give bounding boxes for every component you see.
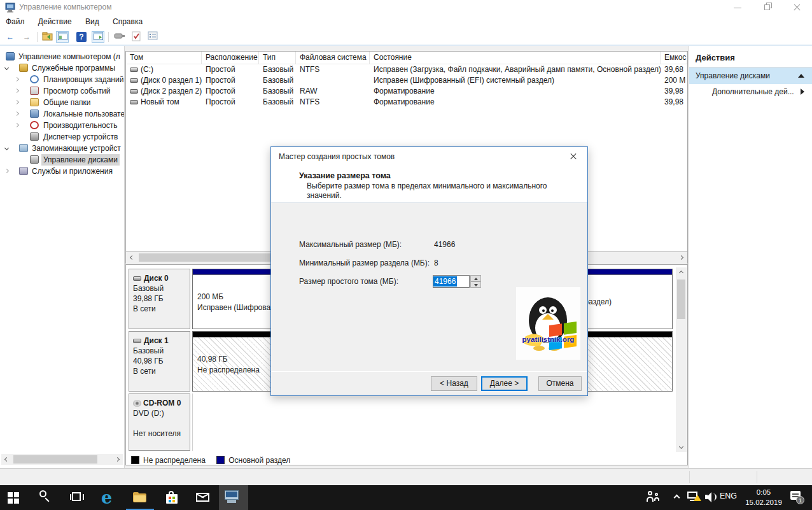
- edge-icon[interactable]: e: [101, 488, 118, 507]
- tree-item-event-viewer[interactable]: Просмотр событий: [0, 85, 124, 97]
- tree-item-disk-management[interactable]: Управление дисками: [0, 154, 124, 166]
- forward-icon[interactable]: →: [20, 31, 33, 43]
- menu-file[interactable]: Файл: [0, 15, 31, 28]
- checklist-icon[interactable]: [130, 31, 143, 43]
- divider: [689, 471, 690, 483]
- scroll-down-button[interactable]: [676, 441, 687, 452]
- dialog-heading: Указание размера тома: [271, 166, 587, 181]
- notification-center-icon[interactable]: 1: [790, 491, 804, 505]
- volume-icon: [130, 89, 138, 94]
- window-title: Управление компьютером: [19, 3, 111, 11]
- properties-icon[interactable]: [146, 31, 159, 43]
- tree-item-shared-folders[interactable]: Общие папки: [0, 97, 124, 108]
- event-viewer-icon: [30, 87, 39, 95]
- tree-item-services-apps[interactable]: Службы и приложения: [0, 166, 124, 177]
- help-icon[interactable]: ?: [75, 31, 88, 43]
- restore-button[interactable]: [753, 0, 783, 15]
- scroll-left-button[interactable]: [1, 454, 12, 465]
- toolbar-separator: [37, 32, 38, 42]
- language-indicator[interactable]: ENG: [720, 492, 737, 500]
- app-icon: [5, 3, 15, 13]
- column-volume[interactable]: Том: [126, 52, 202, 64]
- menu-action[interactable]: Действие: [32, 15, 78, 28]
- console-tree-icon[interactable]: [56, 31, 69, 43]
- spin-down-button[interactable]: [470, 281, 481, 288]
- search-icon[interactable]: [39, 490, 52, 504]
- disk-icon: [133, 339, 141, 343]
- chevron-right-icon[interactable]: [4, 169, 9, 173]
- scroll-up-button[interactable]: [676, 267, 687, 278]
- computer-icon: [6, 52, 15, 60]
- volume-size-spinner: [470, 275, 481, 288]
- chevron-right-icon[interactable]: [15, 89, 19, 93]
- penguin-logo: [516, 287, 580, 360]
- actions-more-actions[interactable]: Дополнительные дей...: [689, 84, 812, 99]
- legend-primary-swatch: [216, 456, 225, 464]
- people-icon[interactable]: [647, 491, 661, 502]
- min-size-value: 8: [434, 259, 438, 267]
- tree-item-performance[interactable]: Производительность: [0, 120, 124, 131]
- taskbar: e ENG: [0, 485, 812, 510]
- tree-item-device-manager[interactable]: Диспетчер устройств: [0, 131, 124, 143]
- minimize-button[interactable]: [724, 0, 753, 15]
- volume-size-input[interactable]: 41966: [433, 275, 470, 288]
- tree-item-computer-management-root[interactable]: Управление компьютером (л: [0, 51, 124, 62]
- computer-management-icon[interactable]: [225, 490, 241, 504]
- volume-icon-tray[interactable]: [705, 492, 718, 502]
- services-icon: [19, 167, 28, 175]
- watermark: pyatilistnik.org: [516, 287, 580, 360]
- task-scheduler-icon: [30, 75, 39, 83]
- export-icon[interactable]: [41, 31, 53, 43]
- tray-expand-icon[interactable]: [673, 495, 681, 500]
- scroll-right-button[interactable]: [112, 454, 123, 465]
- chevron-right-icon[interactable]: [15, 100, 19, 104]
- clock[interactable]: 0:05 15.02.2019: [740, 487, 787, 507]
- chevron-right-icon[interactable]: [15, 111, 19, 116]
- volume-row-disk2-part2[interactable]: (Диск 2 раздел 2) ПростойБазовый RAWФорм…: [126, 86, 687, 97]
- mail-icon[interactable]: [196, 493, 210, 502]
- scroll-thumb[interactable]: [13, 455, 97, 464]
- back-button[interactable]: < Назад: [431, 376, 477, 391]
- status-bar: [0, 468, 812, 485]
- column-filesystem[interactable]: Файловая система: [296, 52, 370, 64]
- column-status[interactable]: Состояние: [370, 52, 661, 64]
- file-explorer-icon[interactable]: [133, 492, 147, 503]
- chevron-right-icon[interactable]: [15, 77, 19, 81]
- spin-up-button[interactable]: [470, 275, 481, 281]
- cancel-button[interactable]: Отмена: [538, 376, 582, 391]
- tray-date: 15.02.2019: [740, 497, 787, 507]
- scroll-right-button[interactable]: [676, 252, 687, 263]
- chevron-down-icon[interactable]: [4, 146, 9, 150]
- tree-item-system-tools[interactable]: Служебные программы: [0, 62, 124, 74]
- max-size-value: 41966: [434, 240, 455, 249]
- tree-item-storage[interactable]: Запоминающие устройст: [0, 143, 124, 154]
- scroll-thumb[interactable]: [677, 280, 685, 319]
- network-icon[interactable]: [687, 491, 701, 503]
- next-button[interactable]: Далее >: [481, 376, 528, 391]
- menu-help[interactable]: Справка: [107, 15, 148, 28]
- screenshot-icon[interactable]: [113, 31, 126, 43]
- start-button[interactable]: [8, 492, 19, 504]
- column-layout[interactable]: Расположение: [202, 52, 259, 64]
- column-type[interactable]: Тип: [259, 52, 296, 64]
- volume-row-new-volume[interactable]: Новый том ПростойБазовый NTFSФорматирова…: [126, 97, 687, 108]
- close-button[interactable]: [783, 0, 812, 15]
- collapse-icon[interactable]: [798, 74, 804, 78]
- dialog-close-button[interactable]: [559, 147, 587, 166]
- chevron-down-icon[interactable]: [4, 66, 9, 70]
- store-icon[interactable]: [165, 491, 178, 504]
- column-capacity[interactable]: Емкос: [661, 52, 687, 64]
- tree-item-local-users[interactable]: Локальные пользовате: [0, 108, 124, 120]
- task-view-icon[interactable]: [70, 492, 84, 502]
- actions-disk-management-group[interactable]: Управление дисками: [689, 67, 812, 84]
- volume-row-c[interactable]: (C:) ПростойБазовый NTFSИсправен (Загруз…: [126, 64, 687, 75]
- scroll-left-button[interactable]: [127, 252, 137, 263]
- chevron-right-icon[interactable]: [15, 123, 19, 127]
- menu-view[interactable]: Вид: [80, 15, 105, 28]
- divider: [192, 393, 193, 451]
- tree-item-task-scheduler[interactable]: Планировщик заданий: [0, 74, 124, 85]
- action-pane-icon[interactable]: [92, 31, 104, 43]
- volume-row-disk0-part1[interactable]: (Диск 0 раздел 1) ПростойБазовый Исправе…: [126, 75, 687, 86]
- back-icon[interactable]: ←: [4, 31, 17, 43]
- dialog-header: Указание размера тома Выберите размер то…: [271, 166, 587, 203]
